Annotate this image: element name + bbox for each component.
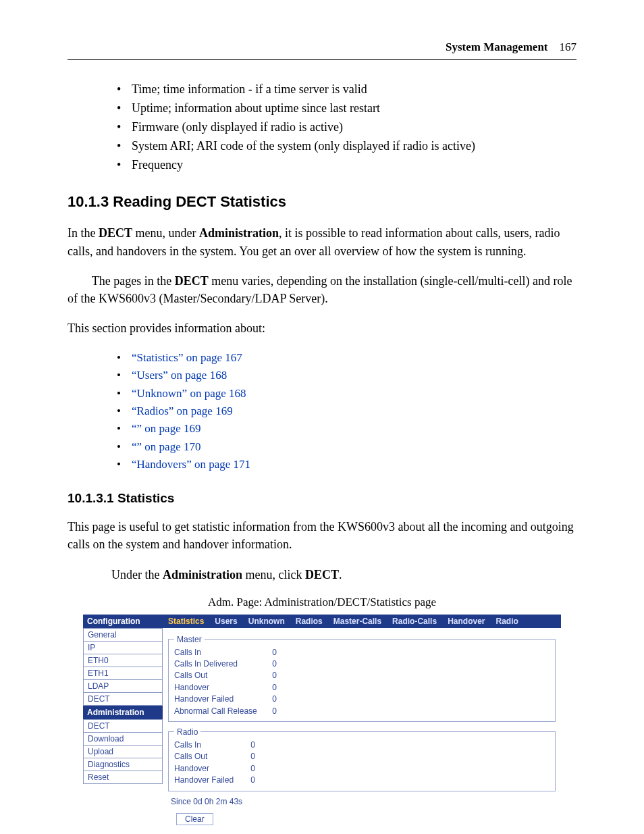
xref-link[interactable]: “” on page 170 — [132, 440, 200, 453]
sidebar-item-reset[interactable]: Reset — [83, 771, 163, 784]
paragraph: The pages in the DECT menu varies, depen… — [68, 272, 576, 307]
top-rule — [68, 59, 576, 60]
running-head-section: System Management — [446, 41, 548, 53]
intro-bullet: Frequency — [111, 156, 576, 175]
intro-bullet: Firmware (only displayed if radio is act… — [111, 118, 576, 137]
stat-row: Handover Failed0 — [174, 775, 549, 786]
sidebar-head-configuration: Configuration — [83, 615, 163, 628]
sidebar-item-download[interactable]: Download — [83, 733, 163, 746]
sidebar-item-diagnostics[interactable]: Diagnostics — [83, 758, 163, 771]
tab-radio[interactable]: Radio — [495, 617, 518, 626]
stat-row: Calls Out0 — [174, 751, 549, 762]
paragraph: Under the Administration menu, click DEC… — [68, 566, 576, 583]
tab-users[interactable]: Users — [215, 617, 237, 626]
xref-link[interactable]: “Handovers” on page 171 — [132, 458, 250, 471]
sidebar-item-general[interactable]: General — [83, 628, 163, 642]
intro-bullet: Uptime; information about uptime since l… — [111, 99, 576, 118]
master-legend: Master — [174, 635, 205, 644]
paragraph: This section provides information about: — [68, 319, 576, 337]
stat-row: Calls In Delivered0 — [174, 658, 549, 670]
sidebar: Configuration General IP ETH0 ETH1 LDAP … — [83, 615, 163, 834]
running-head-page: 167 — [560, 41, 577, 53]
running-head: System Management 167 — [68, 41, 576, 54]
radio-fieldset: Radio Calls In0 Calls Out0 Handover0 Han… — [168, 727, 556, 791]
tab-unknown[interactable]: Unknown — [248, 617, 285, 626]
intro-bullet: Time; time information - if a time serve… — [111, 80, 576, 99]
radio-legend: Radio — [174, 727, 200, 737]
paragraph: This page is useful to get statistic inf… — [68, 518, 576, 553]
stat-row: Handover0 — [174, 763, 549, 775]
stat-row: Handover Failed0 — [174, 694, 549, 705]
paragraph: In the DECT menu, under Administration, … — [68, 224, 576, 259]
tab-master-calls[interactable]: Master-Calls — [333, 617, 381, 626]
clear-button[interactable]: Clear — [176, 813, 213, 825]
sidebar-item-ldap[interactable]: LDAP — [83, 680, 163, 693]
intro-bullet: System ARI; ARI code of the system (only… — [111, 137, 576, 156]
xref-link[interactable]: “Users” on page 168 — [132, 369, 227, 382]
stat-row: Calls In0 — [174, 739, 549, 751]
heading-10-1-3-1: 10.1.3.1 Statistics — [68, 491, 576, 506]
xref-link[interactable]: “” on page 169 — [132, 422, 200, 435]
stats-panel: Master Calls In0 Calls In Delivered0 Cal… — [163, 628, 561, 834]
heading-10-1-3: 10.1.3 Reading DECT Statistics — [68, 193, 576, 211]
sidebar-head-administration: Administration — [83, 706, 163, 719]
admin-screenshot: Configuration General IP ETH0 ETH1 LDAP … — [83, 615, 561, 834]
xref-link[interactable]: “Radios” on page 169 — [132, 405, 233, 417]
sidebar-item-upload[interactable]: Upload — [83, 746, 163, 758]
stat-row: Abnormal Call Release0 — [174, 706, 549, 717]
tab-radios[interactable]: Radios — [296, 617, 323, 626]
sidebar-item-eth0[interactable]: ETH0 — [83, 654, 163, 667]
master-fieldset: Master Calls In0 Calls In Delivered0 Cal… — [168, 635, 556, 722]
sidebar-item-dect-admin[interactable]: DECT — [83, 719, 163, 733]
tab-radio-calls[interactable]: Radio-Calls — [392, 617, 437, 626]
sidebar-item-ip[interactable]: IP — [83, 642, 163, 654]
stat-row: Calls In0 — [174, 647, 549, 658]
stat-row: Handover0 — [174, 682, 549, 694]
sidebar-item-eth1[interactable]: ETH1 — [83, 667, 163, 680]
since-label: Since 0d 0h 2m 43s — [171, 797, 556, 806]
tab-bar: Statistics Users Unknown Radios Master-C… — [163, 615, 561, 628]
xref-link[interactable]: “Unknown” on page 168 — [132, 387, 246, 400]
main-panel: Statistics Users Unknown Radios Master-C… — [163, 615, 561, 834]
xref-list: “Statistics” on page 167 “Users” on page… — [111, 349, 576, 473]
stat-row: Calls Out0 — [174, 670, 549, 681]
tab-handover[interactable]: Handover — [448, 617, 485, 626]
figure-caption: Adm. Page: Administration/DECT/Statistic… — [68, 596, 576, 609]
sidebar-item-dect-config[interactable]: DECT — [83, 693, 163, 706]
xref-link[interactable]: “Statistics” on page 167 — [132, 351, 242, 364]
intro-bullet-list: Time; time information - if a time serve… — [111, 80, 576, 174]
tab-statistics[interactable]: Statistics — [168, 617, 204, 626]
